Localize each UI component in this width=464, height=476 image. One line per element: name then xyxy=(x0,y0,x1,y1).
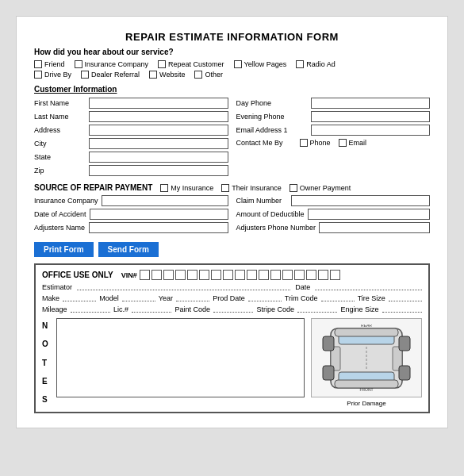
address-input[interactable] xyxy=(89,125,228,136)
insurance-left-fields: Insurance Company Date of Accident Adjus… xyxy=(34,195,228,236)
checkbox-radio-ad: Radio Ad xyxy=(296,60,336,68)
email-input[interactable] xyxy=(311,125,431,136)
checkbox-dealer-referral-box[interactable] xyxy=(81,71,89,79)
contact-email-box[interactable] xyxy=(339,139,347,147)
vin-box-3[interactable] xyxy=(163,270,174,280)
checkbox-other: Other xyxy=(194,71,223,79)
hear-options-row2: Drive By Dealer Referral Website Other xyxy=(34,71,430,79)
my-insurance-box[interactable] xyxy=(160,184,168,192)
last-name-row: Last Name xyxy=(34,111,228,122)
vin-box-11[interactable] xyxy=(259,270,269,280)
claim-num-input[interactable] xyxy=(291,195,431,206)
ins-company-input[interactable] xyxy=(102,195,228,206)
address-row: Address xyxy=(34,125,228,136)
deductible-row: Amount of Deductible xyxy=(236,209,431,220)
contact-phone: Phone xyxy=(300,139,331,147)
checkbox-repeat-customer: Repeat Customer xyxy=(158,60,224,68)
print-form-button[interactable]: Print Form xyxy=(34,242,94,257)
stripe-code-label: Stripe Code xyxy=(256,305,294,313)
vin-box-2[interactable] xyxy=(151,270,162,280)
checkbox-drive-by-box[interactable] xyxy=(34,71,42,79)
owner-payment-box[interactable] xyxy=(290,184,297,192)
vin-box-8[interactable] xyxy=(223,270,233,280)
form-title: REPAIR ESTIMATE INFORMATION FORM xyxy=(34,31,430,43)
year-label: Year xyxy=(159,294,173,302)
evening-phone-input[interactable] xyxy=(311,111,431,122)
checkbox-insurance-company-box[interactable] xyxy=(75,60,82,68)
vin-box-15[interactable] xyxy=(306,270,316,280)
vin-box-17[interactable] xyxy=(330,270,340,280)
checkbox-radio-ad-box[interactable] xyxy=(296,60,304,68)
vin-box-1[interactable] xyxy=(140,270,150,280)
office-header: OFFICE USE ONLY VIN# xyxy=(42,270,422,280)
vin-box-9[interactable] xyxy=(235,270,245,280)
vin-box-16[interactable] xyxy=(318,270,328,280)
checkbox-other-box[interactable] xyxy=(194,71,202,79)
vin-box-7[interactable] xyxy=(211,270,221,280)
first-name-row: First Name xyxy=(34,98,228,109)
checkbox-yellow-pages-box[interactable] xyxy=(234,60,242,68)
contact-email: Email xyxy=(339,139,367,147)
customer-left-fields: First Name Last Name Address City State … xyxy=(34,98,228,178)
checkbox-insurance-company: Insurance Company xyxy=(75,60,149,68)
their-insurance-box[interactable] xyxy=(221,184,229,192)
adj-phone-row: Adjusters Phone Number xyxy=(236,222,431,233)
contact-phone-box[interactable] xyxy=(300,139,308,147)
estimator-label: Estimator xyxy=(42,283,72,291)
vin-box-12[interactable] xyxy=(270,270,281,280)
svg-rect-7 xyxy=(323,336,334,351)
vin-box-5[interactable] xyxy=(187,270,197,280)
vin-box-4[interactable] xyxy=(175,270,186,280)
vin-box-10[interactable] xyxy=(247,270,257,280)
vin-box-13[interactable] xyxy=(282,270,293,280)
office-use-only-section: OFFICE USE ONLY VIN# xyxy=(34,263,430,413)
deductible-input[interactable] xyxy=(308,209,430,220)
source-title: SOURCE OF REPAIR PAYMENT xyxy=(34,183,152,192)
date-accident-row: Date of Accident xyxy=(34,209,228,220)
vin-box-14[interactable] xyxy=(294,270,305,280)
state-input[interactable] xyxy=(89,152,228,163)
last-name-input[interactable] xyxy=(89,111,228,122)
mileage-line: Mileage Lic.# Paint Code Stripe Code Eng… xyxy=(42,305,422,313)
checkbox-website: Website xyxy=(149,71,185,79)
prod-date-label: Prod Date xyxy=(213,294,245,302)
car-diagram-container: REAR FRONT Prior Damage xyxy=(311,318,422,407)
trim-code-label: Trim Code xyxy=(285,294,318,302)
day-phone-input[interactable] xyxy=(311,98,431,109)
my-insurance-checkbox: My Insurance xyxy=(160,184,213,192)
notes-section: N O T E S xyxy=(42,318,422,407)
first-name-input[interactable] xyxy=(89,98,228,109)
notes-label: N O T E S xyxy=(42,318,50,407)
svg-rect-8 xyxy=(399,336,410,351)
office-title: OFFICE USE ONLY xyxy=(42,271,113,279)
checkbox-repeat-customer-box[interactable] xyxy=(158,60,166,68)
adj-phone-input[interactable] xyxy=(319,222,430,233)
notes-input-area[interactable] xyxy=(56,318,305,397)
date-accident-input[interactable] xyxy=(90,209,228,220)
day-phone-row: Day Phone xyxy=(236,98,431,109)
contact-me-by-row: Contact Me By Phone Email xyxy=(236,139,431,147)
checkbox-website-box[interactable] xyxy=(149,71,157,79)
zip-input[interactable] xyxy=(89,165,228,176)
checkbox-yellow-pages: Yellow Pages xyxy=(234,60,287,68)
make-model-line: Make Model Year Prod Date Trim Code Tire… xyxy=(42,294,422,302)
tire-size-label: Tire Size xyxy=(358,294,385,302)
insurance-right-fields: Claim Number Amount of Deductible Adjust… xyxy=(236,195,431,236)
their-insurance-checkbox: Their Insurance xyxy=(221,184,282,192)
adj-name-row: Adjusters Name xyxy=(34,222,228,233)
owner-payment-checkbox: Owner Payment xyxy=(290,184,351,192)
vin-label: VIN# xyxy=(121,271,137,279)
adj-name-input[interactable] xyxy=(89,222,228,233)
car-diagram: REAR FRONT xyxy=(311,318,422,397)
paint-code-label: Paint Code xyxy=(174,305,210,313)
city-input[interactable] xyxy=(89,138,228,149)
checkbox-dealer-referral: Dealer Referral xyxy=(81,71,140,79)
send-form-button[interactable]: Send Form xyxy=(98,242,159,257)
hear-options-row1: Friend Insurance Company Repeat Customer… xyxy=(34,60,430,68)
vin-box-6[interactable] xyxy=(199,270,209,280)
evening-phone-row: Evening Phone xyxy=(236,111,431,122)
hear-question: How did you hear about our service? xyxy=(34,48,430,56)
estimator-date-line: Estimator Date xyxy=(42,283,422,291)
checkbox-friend-box[interactable] xyxy=(34,60,42,68)
mileage-label: Mileage xyxy=(42,305,67,313)
